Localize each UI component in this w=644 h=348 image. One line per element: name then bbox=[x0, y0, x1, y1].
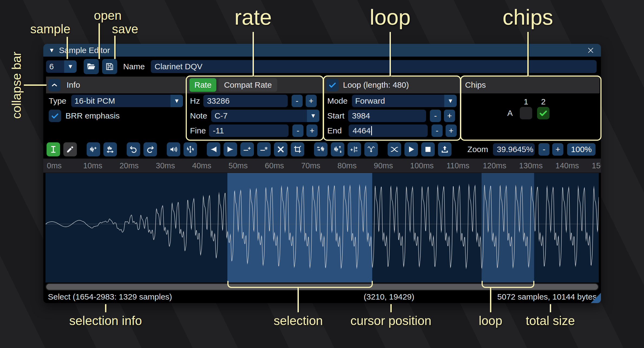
edit-draw-button[interactable] bbox=[63, 142, 77, 156]
note-label: Note bbox=[190, 111, 207, 120]
rate-mode-button[interactable]: Rate bbox=[189, 78, 216, 92]
time-ruler[interactable]: 0ms10ms20ms30ms40ms50ms60ms70ms80ms90ms1… bbox=[43, 159, 601, 173]
loop-panel-title: Loop (length: 480) bbox=[343, 80, 409, 90]
amplify-button[interactable] bbox=[167, 142, 180, 156]
chips-panel: Chips 1 2 A bbox=[461, 77, 600, 140]
window-collapse-icon[interactable]: ▼ bbox=[49, 47, 55, 54]
name-label: Name bbox=[123, 62, 145, 71]
fade-in-button[interactable] bbox=[207, 142, 220, 156]
invert-icon bbox=[333, 145, 342, 154]
invert-button[interactable] bbox=[331, 142, 344, 156]
chevron-down-icon[interactable]: ▼ bbox=[444, 95, 457, 107]
redo-button[interactable] bbox=[143, 142, 157, 156]
edit-select-button[interactable] bbox=[47, 142, 60, 156]
ruler-tick: 0ms bbox=[47, 161, 62, 170]
sample-selector-value: 6 bbox=[46, 60, 64, 73]
annotation-selection: selection bbox=[274, 313, 322, 328]
fine-input[interactable]: -11 bbox=[209, 124, 289, 137]
preview-button[interactable] bbox=[404, 142, 418, 156]
info-panel-title: Info bbox=[67, 80, 80, 90]
ruler-tick: 110ms bbox=[446, 161, 469, 170]
delete-icon bbox=[276, 145, 285, 154]
chevron-down-icon[interactable]: ▼ bbox=[64, 60, 77, 73]
annotation-rate: rate bbox=[213, 5, 294, 30]
loop-region[interactable] bbox=[482, 173, 534, 283]
type-value: 16-bit PCM bbox=[71, 95, 171, 107]
info-collapse-button[interactable] bbox=[48, 79, 61, 91]
ruler-tick: 100ms bbox=[410, 161, 434, 170]
hz-value: 33286 bbox=[207, 96, 230, 106]
save-button[interactable] bbox=[102, 59, 117, 74]
brr-emphasis-checkbox[interactable] bbox=[49, 110, 61, 122]
zoom-in-button[interactable]: + bbox=[552, 143, 563, 156]
ruler-tick: 130ms bbox=[519, 161, 543, 170]
ruler-tick: 40ms bbox=[192, 161, 211, 170]
trim-icon bbox=[293, 145, 302, 154]
annotation-sample-line bbox=[67, 37, 68, 59]
resize-button[interactable] bbox=[87, 142, 100, 156]
trim-button[interactable] bbox=[291, 142, 304, 156]
chips-panel-title: Chips bbox=[465, 80, 486, 90]
text-cursor bbox=[371, 126, 372, 135]
signed-unsigned-button[interactable] bbox=[348, 142, 361, 156]
ruler-tick: 50ms bbox=[228, 161, 248, 170]
fine-plus-button[interactable]: + bbox=[306, 124, 318, 137]
ruler-tick: 120ms bbox=[483, 161, 506, 170]
loop-mode-select[interactable]: Forward ▼ bbox=[352, 95, 457, 107]
type-select[interactable]: 16-bit PCM ▼ bbox=[71, 95, 183, 107]
chevron-down-icon[interactable]: ▼ bbox=[171, 95, 183, 107]
fade-out-button[interactable] bbox=[224, 142, 237, 156]
annotation-open-line bbox=[99, 23, 100, 59]
hz-plus-button[interactable]: + bbox=[306, 95, 317, 107]
loop-end-minus-button[interactable]: - bbox=[431, 124, 443, 137]
resample-button[interactable] bbox=[103, 142, 117, 156]
titlebar[interactable]: ▼ Sample Editor bbox=[43, 44, 601, 57]
close-icon[interactable] bbox=[585, 45, 596, 56]
chip-2-checkbox[interactable] bbox=[537, 107, 550, 119]
zoom-input[interactable]: 39.9645% bbox=[493, 143, 535, 156]
normalize-button[interactable] bbox=[184, 142, 197, 156]
waveform-view[interactable] bbox=[45, 173, 599, 283]
delete-button[interactable] bbox=[274, 142, 287, 156]
loop-end-label: End bbox=[327, 126, 342, 135]
annotation-total-size: total size bbox=[510, 313, 591, 328]
import-button[interactable] bbox=[438, 142, 452, 156]
hz-minus-button[interactable]: - bbox=[292, 95, 303, 107]
selection-info-text: Select (1654-2983: 1329 samples) bbox=[48, 292, 172, 301]
loop-end-input[interactable]: 4464 bbox=[349, 124, 428, 137]
stop-preview-button[interactable] bbox=[421, 142, 435, 156]
loop-start-minus-button[interactable]: - bbox=[430, 110, 441, 122]
resize-grip[interactable] bbox=[591, 293, 601, 303]
sample-selector[interactable]: 6 ▼ bbox=[46, 60, 77, 73]
undo-button[interactable] bbox=[127, 142, 140, 156]
zoom-reset-button[interactable]: 100% bbox=[567, 143, 596, 156]
note-select[interactable]: C-7 ▼ bbox=[211, 110, 319, 122]
crossfade-loop-button[interactable] bbox=[388, 142, 401, 156]
loop-enable-checkbox[interactable] bbox=[326, 79, 339, 91]
info-panel: Info Type 16-bit PCM ▼ BRR emphasis bbox=[46, 77, 186, 140]
open-button[interactable] bbox=[84, 59, 99, 74]
compat-rate-button[interactable]: Compat Rate bbox=[218, 78, 277, 92]
loop-start-input[interactable]: 3984 bbox=[348, 110, 426, 122]
redo-icon bbox=[146, 145, 155, 154]
chip-1-checkbox[interactable] bbox=[520, 107, 532, 119]
fine-minus-button[interactable]: - bbox=[292, 124, 303, 137]
ruler-tick: 150ms bbox=[592, 161, 601, 170]
name-input[interactable]: Clarinet DQV bbox=[151, 60, 597, 73]
insert-silence-button[interactable] bbox=[240, 142, 254, 156]
annotation-loop-bottom-line bbox=[490, 287, 491, 312]
loop-bracket bbox=[482, 281, 534, 288]
annotation-selection-info: selection info bbox=[65, 313, 146, 328]
signed-icon bbox=[350, 145, 359, 154]
chip-row-label: A bbox=[507, 109, 513, 118]
zoom-out-button[interactable]: - bbox=[538, 143, 550, 156]
selection-region[interactable] bbox=[227, 173, 372, 283]
loop-start-plus-button[interactable]: + bbox=[444, 110, 455, 122]
reverse-button[interactable] bbox=[314, 142, 328, 156]
chevron-down-icon[interactable]: ▼ bbox=[307, 110, 319, 122]
loop-end-plus-button[interactable]: + bbox=[446, 124, 457, 137]
hz-input[interactable]: 33286 bbox=[203, 95, 288, 107]
apply-filter-button[interactable] bbox=[364, 142, 378, 156]
apply-silence-button[interactable] bbox=[257, 142, 271, 156]
zoom-label: Zoom bbox=[468, 145, 488, 154]
